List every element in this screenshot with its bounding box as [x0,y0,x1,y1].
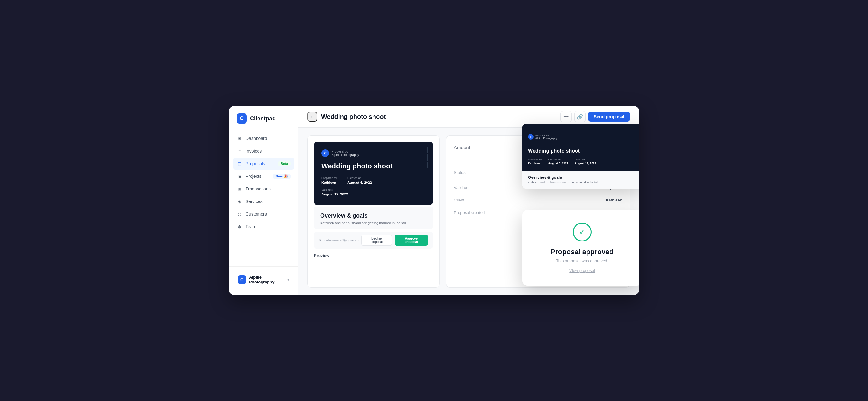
float-created-on: Created on August 6, 2022 [548,158,568,165]
status-label: Status [454,170,466,175]
approved-check-icon: ✓ [573,222,592,242]
proposal-title: Wedding photo shoot [321,162,426,170]
projects-badge: New 🎉 [273,174,290,179]
preview-card: C Proposal by Alpine Photography [307,135,440,287]
team-icon: ⊕ [237,224,242,229]
sidebar-item-label: Invoices [246,149,261,154]
footer-actions: Decline proposal Approve proposal [361,235,428,246]
view-proposal-link[interactable]: View proposal [532,268,632,273]
client-value: Kathleen [606,198,622,203]
chevron-down-icon: ▾ [287,277,289,282]
questions-text: ✉ braden.evans3@gmail.com [319,239,361,242]
float-meta-row: Prepared for Kathleen Created on August … [528,158,637,165]
overview-text: Kathleen and her husband are getting mar… [320,221,427,225]
sidebar-item-label: Dashboard [246,136,267,141]
sidebar-item-label: Transactions [246,186,271,191]
logo-icon: C [237,114,247,124]
sidebar-item-proposals[interactable]: ◫ Proposals Beta [233,158,294,169]
proposal-dark-header: C Proposal by Alpine Photography [314,142,433,205]
proposals-badge: Beta [278,161,290,166]
page-title: Wedding photo shoot [321,113,557,120]
customers-icon: ◎ [237,211,242,217]
back-button[interactable]: ← [307,112,317,122]
created-on-meta: Created on August 6, 2022 [347,177,372,184]
proposal-avatar: C [321,149,329,157]
floating-preview-window: C Proposal by Alpine Photography Wedding… [522,124,639,188]
workspace-selector[interactable]: C Alpine Photography ▾ [234,272,293,287]
float-by-text: Proposal by [535,134,558,137]
overview-title: Overview & goals [320,213,427,219]
header-actions: ••• 🔗 Send proposal [560,111,630,122]
sidebar-item-services[interactable]: ◈ Services [233,195,294,208]
workspace-name: Alpine Photography [249,275,284,284]
dashboard-icon: ⊞ [237,135,242,141]
invoices-icon: ≡ [237,148,242,154]
proposal-created-label: Proposal created [454,210,485,215]
question-icon: ✉ [319,239,321,242]
sidebar-item-label: Proposals [246,161,265,166]
main-wrapper: ← Wedding photo shoot ••• 🔗 Send proposa… [299,106,639,295]
prepared-for-meta: Prepared for Kathleen [321,177,337,184]
sidebar-item-team[interactable]: ⊕ Team [233,221,294,233]
sidebar-item-invoices[interactable]: ≡ Invoices [233,145,294,157]
sidebar-item-dashboard[interactable]: ⊞ Dashboard [233,132,294,144]
transactions-icon: ⊞ [237,186,242,192]
valid-until-meta: Valid until August 12, 2022 [321,188,426,196]
nav-menu: ⊞ Dashboard ≡ Invoices ◫ Proposals Beta … [229,132,298,267]
float-avatar: C [528,134,534,140]
decline-proposal-button[interactable]: Decline proposal [361,235,392,246]
sidebar-item-label: Team [246,224,256,229]
link-icon: 🔗 [577,114,583,120]
sidebar-footer: C Alpine Photography ▾ [229,267,298,287]
proposal-company: Alpine Photography [332,153,359,157]
amount-label: Amount [454,145,470,150]
more-options-button[interactable]: ••• [560,111,572,122]
float-company: Alpine Photography [535,137,558,140]
client-label: Client [454,198,464,203]
float-valid-until: Valid until August 12, 2022 [575,158,596,165]
float-prepared-for: Prepared for Kathleen [528,158,542,165]
sidebar-item-label: Customers [246,212,267,217]
preview-label: Preview [314,253,433,258]
proposal-by-label: Proposal by [332,150,359,153]
float-title: Wedding photo shoot [528,148,637,154]
proposal-header-row: C Proposal by Alpine Photography [321,149,426,157]
client-row: Client Kathleen [454,194,622,207]
proposal-meta-row: Prepared for Kathleen Created on August … [321,177,426,184]
sidebar-item-projects[interactable]: ▣ Projects New 🎉 [233,170,294,182]
approved-title: Proposal approved [532,248,632,256]
send-proposal-button[interactable]: Send proposal [588,112,630,122]
ellipsis-icon: ••• [563,114,568,120]
approve-proposal-button[interactable]: Approve proposal [395,235,428,246]
sidebar: C Clientpad ⊞ Dashboard ≡ Invoices ◫ Pro… [229,106,299,295]
approved-modal: ✓ Proposal approved This proposal was ap… [522,210,639,286]
sidebar-item-label: Services [246,199,262,204]
float-overview-text: Kathleen and her husband are getting mar… [528,181,599,184]
overview-section: Overview & goals Kathleen and her husban… [314,208,433,229]
proposal-lines [427,147,428,168]
sidebar-item-customers[interactable]: ◎ Customers [233,208,294,220]
services-icon: ◈ [237,198,242,204]
float-proposal-header: C Proposal by Alpine Photography [528,129,637,144]
sidebar-item-label: Projects [246,174,261,179]
float-overview: Overview & goals Kathleen and her husban… [522,171,639,188]
workspace-icon: C [238,275,246,284]
app-logo[interactable]: C Clientpad [229,114,298,132]
proposals-icon: ◫ [237,161,242,166]
link-button[interactable]: 🔗 [574,111,586,122]
float-proposal-dark: C Proposal by Alpine Photography Wedding… [522,124,639,171]
app-name: Clientpad [250,115,276,122]
sidebar-item-transactions[interactable]: ⊞ Transactions [233,183,294,195]
approved-text: This proposal was approved. [532,258,632,263]
float-lines [636,129,637,144]
float-overview-title: Overview & goals [528,175,599,180]
proposal-footer: ✉ braden.evans3@gmail.com Decline propos… [314,232,433,249]
valid-until-label: Valid until [454,185,471,190]
projects-icon: ▣ [237,174,242,179]
